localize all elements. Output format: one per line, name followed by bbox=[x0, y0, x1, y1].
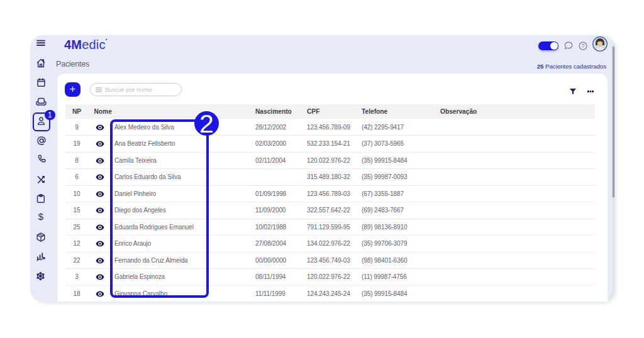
svg-text:?: ? bbox=[582, 43, 585, 49]
